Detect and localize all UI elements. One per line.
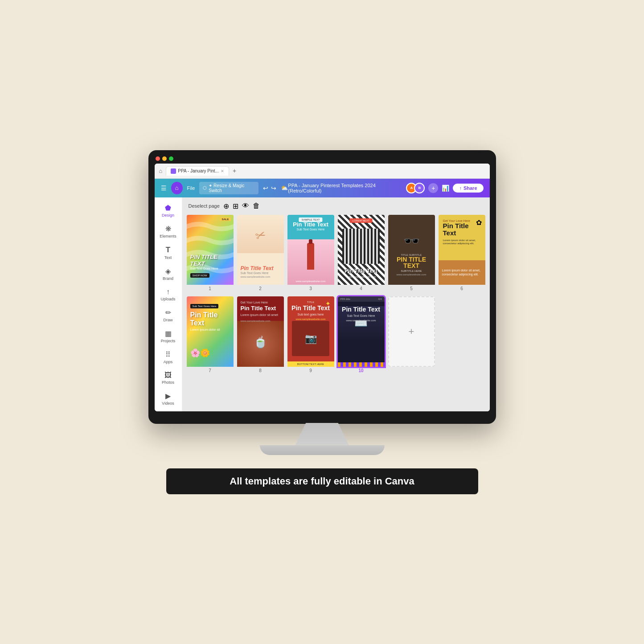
template-thumb-9: 📷 ✦ TITLE Pin Title Text Sub text goes h… [287,296,334,367]
t2-title-text: Pin Title Text [241,266,280,271]
monitor-bezel: ⌂ PPA - January Pint... ✕ + ☰ ⌂ File [148,150,496,424]
t9-url-text: www.samplewebsite.com [291,318,331,320]
template-card-1[interactable]: SALE PIN TITLE TEXT Sub Text Goes Here S… [187,215,234,292]
minimize-dot[interactable] [162,156,167,161]
t4-badge: LOREM NEXT [349,218,372,223]
template-card-9[interactable]: 📷 ✦ TITLE Pin Title Text Sub text goes h… [287,296,334,374]
sidebar-label-design: Design [162,213,174,217]
template-number-1: 1 [187,285,234,292]
sidebar-label-apps: Apps [164,360,173,364]
undo-button[interactable]: ↩ [263,185,268,192]
sidebar-item-text[interactable]: T Text [156,243,180,263]
t7-title-text: Pin Title Text [190,311,230,327]
template-card-7[interactable]: Sub Text Goes Here Pin Title Text Lorem … [187,296,234,374]
template-card-3[interactable]: SAMPLE TEXT Pin Title Text Sub Text Goes… [287,215,334,292]
template-thumb-5: 🕶️ TITLE SUBTITLE Pin Title Text SUBTITL… [388,215,435,285]
resize-label: ✦ Resize & Magic Switch [209,183,255,193]
sidebar-item-projects[interactable]: ▦ Projects [156,327,180,346]
t9-small-text: TITLE [291,301,331,304]
file-menu[interactable]: File [187,185,195,191]
tab-close-icon[interactable]: ✕ [221,169,224,173]
t9-sub-text: Sub text goes here [291,313,331,316]
deselect-page-button[interactable]: Deselect page [189,203,220,209]
sidebar-item-apps[interactable]: ⠿ Apps [156,348,180,367]
t9-title-text: Pin Title Text [291,305,331,312]
monitor-stand-base [260,445,385,455]
grid-view-icon[interactable]: ⊞ [233,202,238,210]
template-card-10[interactable]: PPA title 4/4 ⌨️ Pin Title Text Sub Text… [338,296,385,374]
template-thumb-7: Sub Text Goes Here Pin Title Text Lorem … [187,296,234,367]
collaborator-avatars: A B [406,183,425,193]
t1-subtitle-text: Sub Text Goes Here [190,267,230,270]
resize-magic-switch-button[interactable]: ⬡ ✦ Resize & Magic Switch [199,182,258,194]
sidebar-item-photos[interactable]: 🖼 Photos [156,369,180,387]
t2-url-text: www.samplewebsite.com [241,275,280,278]
sidebar-item-uploads[interactable]: ↑ Uploads [156,285,180,304]
preview-icon[interactable]: 👁 [242,202,249,210]
delete-icon[interactable]: 🗑 [253,202,260,210]
maximize-dot[interactable] [169,156,173,161]
template-number-10: 10 [338,367,385,374]
t3-title-text: Pin Title Text [291,222,331,228]
share-button[interactable]: ↑ Share [453,184,483,193]
t10-url-text: www.samplewebsite.com [341,319,381,322]
new-tab-button[interactable]: + [233,167,236,174]
template-card-5[interactable]: 🕶️ TITLE SUBTITLE Pin Title Text SUBTITL… [388,215,435,292]
sidebar-item-draw[interactable]: ✏ Draw [156,306,180,325]
canvas-topbar: Deselect page ⊕ ⊞ 👁 🗑 [187,202,485,210]
sidebar-label-draw: Draw [163,318,172,322]
template-card-8[interactable]: 🍵 Get Your Love Here Pin Title Text Lore… [237,296,284,374]
sidebar-item-brand[interactable]: ◈ Brand [156,264,180,283]
invite-button[interactable]: + [428,183,438,193]
text-icon: T [166,246,170,254]
t1-title-text: PIN TITLE TEXT [190,254,230,267]
template-number-9: 9 [287,367,334,374]
analytics-icon[interactable]: 📊 [442,185,449,192]
add-page-button[interactable]: + [388,296,435,367]
videos-icon: ▶ [165,392,171,400]
monitor-stand-neck [295,423,349,445]
sidebar-item-videos[interactable]: ▶ Videos [156,389,180,408]
avatar-2: B [414,183,425,193]
browser-chrome: ⌂ PPA - January Pint... ✕ + [155,164,490,179]
browser-tab[interactable]: PPA - January Pint... ✕ [166,166,229,176]
share-label: Share [464,185,477,191]
sidebar-label-text: Text [164,255,172,260]
canva-home-icon[interactable]: ⌂ [171,182,183,194]
toolbar-title: PPA - January Pinterest Templates 2024 (… [288,183,406,193]
share-icon: ↑ [459,185,462,191]
t7-sub-text: Lorem ipsum dolor sit [190,328,230,331]
template-card-4[interactable]: LOREM NEXT Pin Title Text www.samplewebs… [338,215,385,292]
sidebar-label-brand: Brand [163,276,173,281]
photos-icon: 🖼 [164,371,172,379]
toolbar-right: A B + 📊 ↑ Share [406,183,483,193]
t8-sub-text: Lorem ipsum dolor sit amet [241,313,280,317]
template-thumb-8: 🍵 Get Your Love Here Pin Title Text Lore… [237,296,284,367]
template-number-5: 5 [388,285,435,292]
canva-toolbar: ☰ ⌂ File ⬡ ✦ Resize & Magic Switch ↩ ↪ ⛅ [155,179,490,197]
template-card-6[interactable]: ✿ Get Your Love Here Pin Title Text Lore… [439,215,485,292]
browser-home-icon[interactable]: ⌂ [159,168,163,174]
bottom-banner: All templates are fully editable in Canv… [166,468,478,494]
add-page-icon[interactable]: ⊕ [223,202,229,210]
template-card-2[interactable]: ✂ Pin Title Text Sub Text Goes Here www.… [237,215,284,292]
template-thumb-1: SALE PIN TITLE TEXT Sub Text Goes Here S… [187,215,234,285]
template-number-8: 8 [237,367,284,374]
sidebar-item-design[interactable]: ⬟ Design [156,201,180,220]
redo-button[interactable]: ↪ [271,185,276,192]
draw-icon: ✏ [165,308,171,317]
add-page-plus-icon: + [409,326,414,337]
elements-icon: ❋ [165,225,171,233]
design-icon: ⬟ [165,204,171,212]
add-page-card[interactable]: + [388,296,435,374]
empty-slot [439,296,485,374]
template-thumb-3: SAMPLE TEXT Pin Title Text Sub Text Goes… [287,215,334,285]
brand-icon: ◈ [165,267,171,275]
close-dot[interactable] [156,156,160,161]
template-number-7: 7 [187,367,234,374]
projects-icon: ▦ [165,329,172,338]
resize-icon: ⬡ [203,185,207,190]
menu-icon[interactable]: ☰ [161,185,167,192]
add-page-number [388,367,435,369]
sidebar-item-elements[interactable]: ❋ Elements [156,222,180,241]
